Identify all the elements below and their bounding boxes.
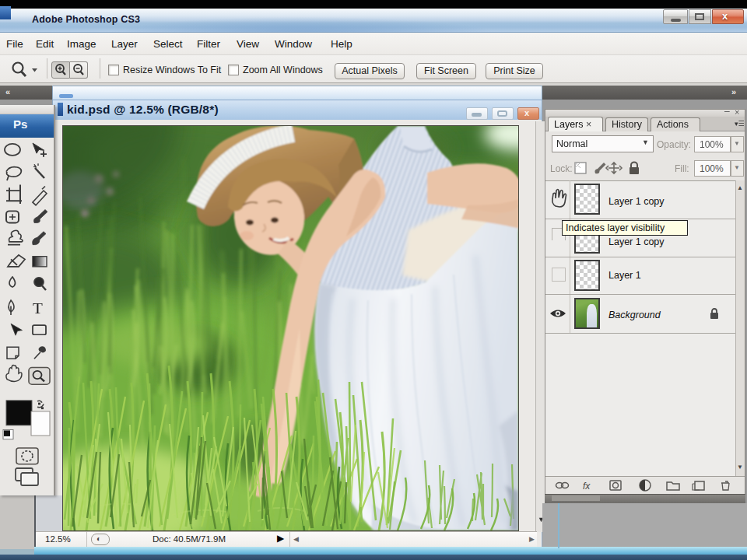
svg-text:fx: fx bbox=[583, 481, 591, 492]
svg-text:T: T bbox=[33, 300, 43, 317]
